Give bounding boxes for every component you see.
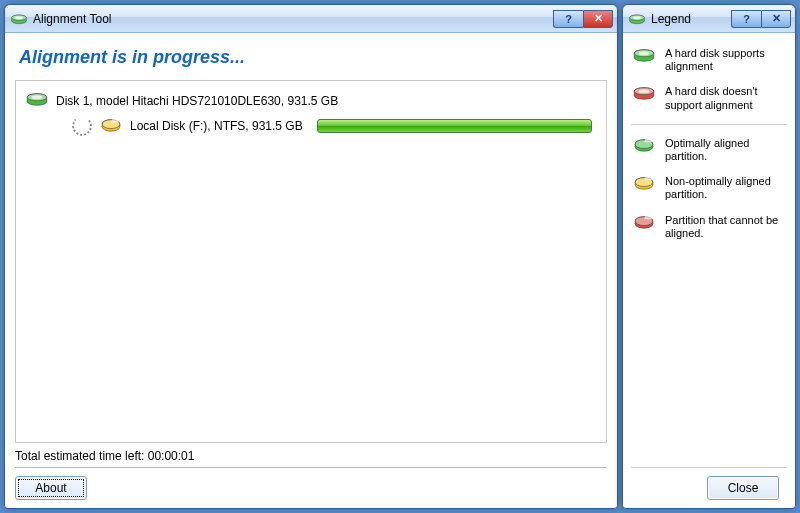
disk-row: Disk 1, model Hitachi HDS721010DLE630, 9… <box>16 81 606 114</box>
legend-item: A hard disk doesn't support alignment <box>631 81 787 115</box>
app-icon <box>11 11 27 27</box>
main-footer: About <box>15 467 607 500</box>
legend-app-icon <box>629 11 645 27</box>
partition-row: Local Disk (F:), NTFS, 931.5 GB <box>16 114 606 140</box>
about-button[interactable]: About <box>15 476 87 500</box>
main-close-button[interactable]: ✕ <box>583 10 613 28</box>
main-titlebar[interactable]: Alignment Tool ? ✕ <box>5 5 617 33</box>
main-window-title: Alignment Tool <box>33 12 547 26</box>
legend-separator <box>631 124 787 125</box>
disk-green-icon <box>26 91 48 110</box>
legend-item-text: Optimally aligned partition. <box>665 137 787 163</box>
disk-green-icon <box>631 47 657 63</box>
part-green-icon <box>631 137 657 153</box>
legend-footer: Close <box>631 467 787 508</box>
legend-list: A hard disk supports alignmentA hard dis… <box>623 33 795 254</box>
legend-item: A hard disk supports alignment <box>631 43 787 77</box>
main-help-button[interactable]: ? <box>553 10 583 28</box>
progress-heading: Alignment is in progress... <box>5 33 617 74</box>
legend-x-button[interactable]: ✕ <box>761 10 791 28</box>
disk-red-icon <box>631 85 657 101</box>
legend-item-text: Partition that cannot be aligned. <box>665 214 787 240</box>
legend-body: A hard disk supports alignmentA hard dis… <box>623 33 795 508</box>
progress-bar <box>317 119 592 133</box>
legend-item: Optimally aligned partition. <box>631 133 787 167</box>
status-text: Total estimated time left: 00:00:01 <box>5 443 617 465</box>
part-red-icon <box>631 214 657 230</box>
alignment-tool-window: Alignment Tool ? ✕ Alignment is in progr… <box>4 4 618 509</box>
disk-label: Disk 1, model Hitachi HDS721010DLE630, 9… <box>56 94 338 108</box>
legend-item-text: A hard disk doesn't support alignment <box>665 85 787 111</box>
partition-label: Local Disk (F:), NTFS, 931.5 GB <box>130 119 303 133</box>
partition-yellow-icon <box>100 117 122 136</box>
spinner-icon <box>72 116 92 136</box>
legend-item-text: A hard disk supports alignment <box>665 47 787 73</box>
disk-panel: Disk 1, model Hitachi HDS721010DLE630, 9… <box>15 80 607 443</box>
legend-window: Legend ? ✕ A hard disk supports alignmen… <box>622 4 796 509</box>
legend-titlebar[interactable]: Legend ? ✕ <box>623 5 795 33</box>
legend-window-title: Legend <box>651 12 725 26</box>
legend-item: Partition that cannot be aligned. <box>631 210 787 244</box>
part-yellow-icon <box>631 175 657 191</box>
close-button[interactable]: Close <box>707 476 779 500</box>
legend-item-text: Non-optimally aligned partition. <box>665 175 787 201</box>
legend-help-button[interactable]: ? <box>731 10 761 28</box>
legend-item: Non-optimally aligned partition. <box>631 171 787 205</box>
